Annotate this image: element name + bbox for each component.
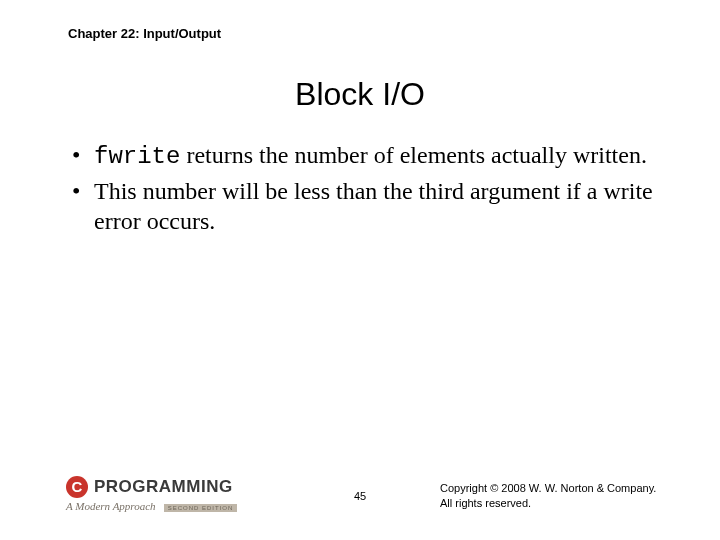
slide-title: Block I/O <box>0 76 720 113</box>
bullet-list: fwrite returns the number of elements ac… <box>70 140 660 236</box>
list-item: fwrite returns the number of elements ac… <box>70 140 660 172</box>
code-fwrite: fwrite <box>94 143 180 170</box>
list-item: This number will be less than the third … <box>70 176 660 236</box>
edition-badge: SECOND EDITION <box>164 504 238 512</box>
footer: C PROGRAMMING A Modern Approach SECOND E… <box>0 468 720 512</box>
bullet-text: This number will be less than the third … <box>94 178 653 234</box>
slide: Chapter 22: Input/Output Block I/O fwrit… <box>0 0 720 540</box>
slide-body: fwrite returns the number of elements ac… <box>70 140 660 240</box>
copyright-line: Copyright © 2008 W. W. Norton & Company. <box>440 481 690 495</box>
copyright-line: All rights reserved. <box>440 496 690 510</box>
copyright: Copyright © 2008 W. W. Norton & Company.… <box>440 481 690 510</box>
chapter-label: Chapter 22: Input/Output <box>68 26 221 41</box>
bullet-text: returns the number of elements actually … <box>180 142 647 168</box>
